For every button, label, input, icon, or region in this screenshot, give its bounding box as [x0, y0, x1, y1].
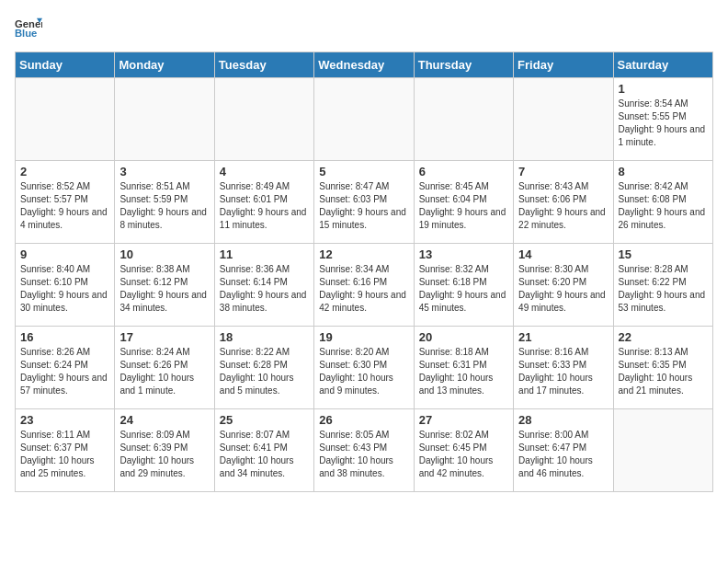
- day-number: 5: [319, 165, 408, 178]
- calendar-cell: 2Sunrise: 8:52 AM Sunset: 5:57 PM Daylig…: [16, 161, 115, 244]
- day-info: Sunrise: 8:07 AM Sunset: 6:41 PM Dayligh…: [220, 429, 309, 480]
- weekday-header-tuesday: Tuesday: [214, 52, 313, 78]
- day-number: 11: [220, 247, 309, 261]
- day-info: Sunrise: 8:26 AM Sunset: 6:24 PM Dayligh…: [20, 346, 109, 397]
- day-number: 2: [20, 165, 109, 178]
- day-number: 19: [319, 330, 408, 344]
- calendar-cell: 10Sunrise: 8:38 AM Sunset: 6:12 PM Dayli…: [115, 244, 214, 327]
- calendar-cell: 4Sunrise: 8:49 AM Sunset: 6:01 PM Daylig…: [214, 161, 313, 244]
- day-number: 15: [619, 247, 708, 261]
- calendar-cell: 1Sunrise: 8:54 AM Sunset: 5:55 PM Daylig…: [613, 78, 712, 161]
- day-info: Sunrise: 8:20 AM Sunset: 6:30 PM Dayligh…: [319, 346, 408, 397]
- day-number: 7: [518, 165, 608, 178]
- day-info: Sunrise: 8:09 AM Sunset: 6:39 PM Dayligh…: [119, 429, 209, 480]
- calendar-cell: 15Sunrise: 8:28 AM Sunset: 6:22 PM Dayli…: [613, 244, 712, 327]
- day-number: 9: [20, 247, 109, 261]
- weekday-header-saturday: Saturday: [613, 52, 712, 78]
- calendar-cell: 17Sunrise: 8:24 AM Sunset: 6:26 PM Dayli…: [115, 327, 214, 409]
- day-number: 20: [419, 330, 508, 344]
- calendar-cell: 24Sunrise: 8:09 AM Sunset: 6:39 PM Dayli…: [115, 409, 214, 492]
- weekday-header-sunday: Sunday: [16, 52, 115, 78]
- day-info: Sunrise: 8:16 AM Sunset: 6:33 PM Dayligh…: [518, 346, 608, 397]
- day-info: Sunrise: 8:47 AM Sunset: 6:03 PM Dayligh…: [319, 180, 408, 232]
- calendar-cell: 20Sunrise: 8:18 AM Sunset: 6:31 PM Dayli…: [414, 327, 513, 409]
- day-info: Sunrise: 8:02 AM Sunset: 6:45 PM Dayligh…: [419, 429, 508, 480]
- calendar-cell: 7Sunrise: 8:43 AM Sunset: 6:06 PM Daylig…: [514, 161, 613, 244]
- calendar-cell: 3Sunrise: 8:51 AM Sunset: 5:59 PM Daylig…: [115, 161, 214, 244]
- day-info: Sunrise: 8:32 AM Sunset: 6:18 PM Dayligh…: [419, 263, 508, 315]
- day-info: Sunrise: 8:51 AM Sunset: 5:59 PM Dayligh…: [119, 180, 209, 232]
- calendar-cell: 26Sunrise: 8:05 AM Sunset: 6:43 PM Dayli…: [314, 409, 414, 492]
- logo: General Blue: [15, 15, 42, 42]
- calendar-cell: 8Sunrise: 8:42 AM Sunset: 6:08 PM Daylig…: [613, 161, 712, 244]
- day-info: Sunrise: 8:45 AM Sunset: 6:04 PM Dayligh…: [419, 180, 508, 232]
- day-info: Sunrise: 8:40 AM Sunset: 6:10 PM Dayligh…: [20, 263, 109, 315]
- calendar-cell: [16, 78, 115, 161]
- day-number: 6: [419, 165, 508, 178]
- day-number: 1: [619, 82, 708, 96]
- calendar-cell: 16Sunrise: 8:26 AM Sunset: 6:24 PM Dayli…: [16, 327, 115, 409]
- calendar-cell: 5Sunrise: 8:47 AM Sunset: 6:03 PM Daylig…: [314, 161, 414, 244]
- day-info: Sunrise: 8:49 AM Sunset: 6:01 PM Dayligh…: [220, 180, 309, 232]
- day-info: Sunrise: 8:13 AM Sunset: 6:35 PM Dayligh…: [619, 346, 708, 397]
- day-info: Sunrise: 8:38 AM Sunset: 6:12 PM Dayligh…: [119, 263, 209, 315]
- calendar-cell: [115, 78, 214, 161]
- day-info: Sunrise: 8:36 AM Sunset: 6:14 PM Dayligh…: [220, 263, 309, 315]
- calendar-table: SundayMondayTuesdayWednesdayThursdayFrid…: [15, 52, 713, 492]
- day-info: Sunrise: 8:00 AM Sunset: 6:47 PM Dayligh…: [518, 429, 608, 480]
- day-info: Sunrise: 8:28 AM Sunset: 6:22 PM Dayligh…: [619, 263, 708, 315]
- day-info: Sunrise: 8:42 AM Sunset: 6:08 PM Dayligh…: [619, 180, 708, 232]
- day-number: 24: [119, 413, 209, 427]
- day-number: 18: [220, 330, 309, 344]
- day-number: 4: [220, 165, 309, 178]
- day-info: Sunrise: 8:52 AM Sunset: 5:57 PM Dayligh…: [20, 180, 109, 232]
- calendar-cell: 27Sunrise: 8:02 AM Sunset: 6:45 PM Dayli…: [414, 409, 513, 492]
- day-number: 8: [619, 165, 708, 178]
- calendar-cell: 6Sunrise: 8:45 AM Sunset: 6:04 PM Daylig…: [414, 161, 513, 244]
- day-number: 21: [518, 330, 608, 344]
- day-number: 23: [20, 413, 109, 427]
- calendar-cell: 28Sunrise: 8:00 AM Sunset: 6:47 PM Dayli…: [514, 409, 613, 492]
- weekday-header-friday: Friday: [514, 52, 613, 78]
- calendar-cell: 21Sunrise: 8:16 AM Sunset: 6:33 PM Dayli…: [514, 327, 613, 409]
- weekday-header-monday: Monday: [115, 52, 214, 78]
- svg-text:Blue: Blue: [15, 28, 37, 39]
- day-info: Sunrise: 8:22 AM Sunset: 6:28 PM Dayligh…: [220, 346, 309, 397]
- logo-icon: General Blue: [15, 15, 42, 42]
- day-info: Sunrise: 8:34 AM Sunset: 6:16 PM Dayligh…: [319, 263, 408, 315]
- calendar-cell: 25Sunrise: 8:07 AM Sunset: 6:41 PM Dayli…: [214, 409, 313, 492]
- day-number: 26: [319, 413, 408, 427]
- day-info: Sunrise: 8:18 AM Sunset: 6:31 PM Dayligh…: [419, 346, 508, 397]
- day-number: 12: [319, 247, 408, 261]
- calendar-cell: 14Sunrise: 8:30 AM Sunset: 6:20 PM Dayli…: [514, 244, 613, 327]
- day-info: Sunrise: 8:24 AM Sunset: 6:26 PM Dayligh…: [119, 346, 209, 397]
- calendar-cell: 13Sunrise: 8:32 AM Sunset: 6:18 PM Dayli…: [414, 244, 513, 327]
- weekday-header-thursday: Thursday: [414, 52, 513, 78]
- calendar-cell: [214, 78, 313, 161]
- calendar-cell: 12Sunrise: 8:34 AM Sunset: 6:16 PM Dayli…: [314, 244, 414, 327]
- day-number: 25: [220, 413, 309, 427]
- day-info: Sunrise: 8:11 AM Sunset: 6:37 PM Dayligh…: [20, 429, 109, 480]
- day-number: 14: [518, 247, 608, 261]
- weekday-header-wednesday: Wednesday: [314, 52, 414, 78]
- calendar-cell: [613, 409, 712, 492]
- day-number: 27: [419, 413, 508, 427]
- calendar-cell: 18Sunrise: 8:22 AM Sunset: 6:28 PM Dayli…: [214, 327, 313, 409]
- day-info: Sunrise: 8:43 AM Sunset: 6:06 PM Dayligh…: [518, 180, 608, 232]
- day-info: Sunrise: 8:54 AM Sunset: 5:55 PM Dayligh…: [619, 98, 708, 149]
- day-number: 13: [419, 247, 508, 261]
- calendar-cell: 23Sunrise: 8:11 AM Sunset: 6:37 PM Dayli…: [16, 409, 115, 492]
- calendar-cell: [414, 78, 513, 161]
- day-number: 10: [119, 247, 209, 261]
- calendar-cell: 22Sunrise: 8:13 AM Sunset: 6:35 PM Dayli…: [613, 327, 712, 409]
- calendar-cell: 11Sunrise: 8:36 AM Sunset: 6:14 PM Dayli…: [214, 244, 313, 327]
- day-number: 3: [119, 165, 209, 178]
- calendar-cell: [514, 78, 613, 161]
- day-number: 28: [518, 413, 608, 427]
- day-number: 17: [119, 330, 209, 344]
- calendar-cell: 9Sunrise: 8:40 AM Sunset: 6:10 PM Daylig…: [16, 244, 115, 327]
- day-info: Sunrise: 8:05 AM Sunset: 6:43 PM Dayligh…: [319, 429, 408, 480]
- day-info: Sunrise: 8:30 AM Sunset: 6:20 PM Dayligh…: [518, 263, 608, 315]
- page-header: General Blue: [15, 15, 713, 42]
- day-number: 16: [20, 330, 109, 344]
